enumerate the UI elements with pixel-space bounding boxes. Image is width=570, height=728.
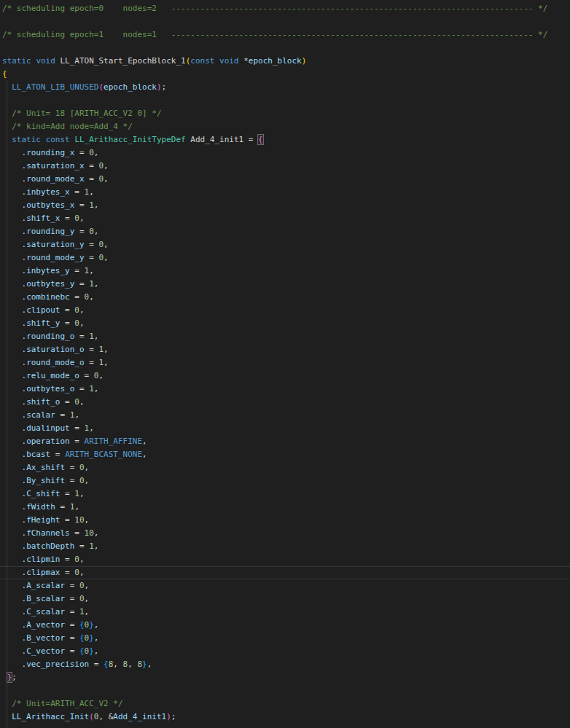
- code-token-text: .: [2, 187, 26, 197]
- code-token-text: ,: [94, 646, 99, 656]
- code-line[interactable]: .clipmin = 0,: [2, 553, 570, 566]
- code-line[interactable]: .round_mode_o = 1,: [2, 356, 570, 369]
- code-line[interactable]: .C_vector = {0},: [2, 645, 570, 658]
- bracket-level3: {: [104, 659, 109, 669]
- code-line[interactable]: .Ax_shift = 0,: [2, 461, 570, 474]
- code-token-text: =: [74, 148, 89, 157]
- code-line[interactable]: .dualinput = 1,: [2, 422, 570, 435]
- code-line[interactable]: };: [2, 671, 570, 684]
- code-token-keyword: static: [2, 56, 31, 66]
- code-line[interactable]: .bcast = ARITH_BCAST_NONE,: [2, 448, 570, 461]
- code-token-number: 0: [89, 148, 94, 157]
- code-token-text: =: [85, 240, 99, 249]
- code-line[interactable]: .fHeight = 10,: [2, 514, 570, 527]
- code-line[interactable]: .relu_mode_o = 0,: [2, 369, 570, 383]
- code-token-variable: fChannels: [26, 528, 70, 538]
- code-line[interactable]: .B_scalar = 0,: [2, 592, 570, 606]
- code-line[interactable]: .scalar = 1,: [2, 409, 570, 422]
- code-token-text: .: [2, 594, 26, 603]
- code-line[interactable]: .rounding_y = 0,: [2, 225, 570, 238]
- code-line[interactable]: /* kind=Add node=Add_4 */: [2, 120, 570, 133]
- code-token-text: =: [55, 410, 70, 420]
- code-line[interactable]: .inbytes_x = 1,: [2, 186, 570, 199]
- code-line[interactable]: {: [2, 68, 570, 81]
- code-line[interactable]: .saturation_x = 0,: [2, 160, 570, 173]
- code-line[interactable]: .outbytes_o = 1,: [2, 383, 570, 396]
- code-token-text: .: [2, 227, 26, 236]
- code-token-text: .: [2, 476, 26, 485]
- code-line[interactable]: .round_mode_y = 0,: [2, 251, 570, 265]
- code-token-text: ,: [85, 463, 90, 472]
- code-line[interactable]: .clipmax = 0,: [2, 566, 570, 579]
- code-line[interactable]: /* Unit=ARITH_ACC_V2 */: [2, 697, 570, 711]
- code-line[interactable]: [2, 684, 570, 697]
- code-line[interactable]: .vec_precision = {8, 8, 8},: [2, 658, 570, 671]
- code-token-number: 0: [74, 568, 79, 577]
- code-token-variable: By_shift: [26, 476, 65, 485]
- code-line[interactable]: .A_vector = {0},: [2, 619, 570, 632]
- code-token-text: .: [2, 607, 26, 617]
- code-token-text: ,: [142, 450, 147, 459]
- code-line[interactable]: .inbytes_y = 1,: [2, 265, 570, 278]
- code-token-text: ,: [89, 187, 94, 197]
- code-token-keyword: void: [36, 56, 55, 66]
- code-line[interactable]: .outbytes_x = 1,: [2, 199, 570, 212]
- code-token-keyword: ARITH_AFFINE: [85, 437, 142, 446]
- code-token-text: .: [2, 541, 26, 551]
- code-line[interactable]: .fWidth = 1,: [2, 501, 570, 514]
- code-token-number: 0: [79, 463, 85, 472]
- code-line[interactable]: .round_mode_x = 0,: [2, 173, 570, 186]
- code-line[interactable]: [2, 15, 570, 28]
- code-token-variable: fHeight: [26, 515, 60, 525]
- code-line[interactable]: LL_Arithacc_Init(0, &Add_4_init1);: [2, 711, 570, 724]
- code-token-type: LL_Arithacc_InitTypeDef: [74, 135, 185, 144]
- code-token-text: ,: [89, 423, 94, 433]
- code-token-text: ,: [79, 555, 85, 564]
- code-line[interactable]: .combinebc = 0,: [2, 291, 570, 304]
- code-token-text: =: [65, 594, 79, 603]
- code-token-number: 0: [74, 305, 79, 315]
- code-line[interactable]: .A_scalar = 0,: [2, 579, 570, 592]
- code-line[interactable]: static void LL_ATON_Start_EpochBlock_1(c…: [2, 55, 570, 68]
- code-line[interactable]: .clipout = 0,: [2, 304, 570, 317]
- code-editor[interactable]: /* scheduling epoch=0 nodes=2 ----------…: [0, 0, 570, 728]
- code-line[interactable]: .B_vector = {0},: [2, 632, 570, 645]
- code-line[interactable]: static const LL_Arithacc_InitTypeDef Add…: [2, 133, 570, 146]
- bracket-level2: {: [258, 135, 263, 144]
- code-line[interactable]: .shift_x = 0,: [2, 212, 570, 225]
- code-line[interactable]: .rounding_o = 1,: [2, 330, 570, 343]
- code-line[interactable]: /* scheduling epoch=0 nodes=2 ----------…: [2, 2, 570, 15]
- code-token-text: =: [70, 292, 85, 302]
- code-token-text: .: [2, 214, 26, 223]
- code-token-variable: shift_o: [26, 397, 60, 407]
- code-token-text: LL_ATON_Start_EpochBlock_1: [60, 56, 186, 66]
- code-token-variable: vec_precision: [26, 659, 89, 669]
- code-token-text: =: [74, 332, 89, 341]
- code-line[interactable]: .C_scalar = 1,: [2, 606, 570, 619]
- code-line[interactable]: .outbytes_y = 1,: [2, 278, 570, 291]
- code-line[interactable]: LL_ATON_LIB_UNUSED(epoch_block);: [2, 81, 570, 94]
- code-line[interactable]: /* scheduling epoch=1 nodes=1 ----------…: [2, 28, 570, 42]
- code-token-text: .: [2, 292, 26, 302]
- code-line[interactable]: .rounding_x = 0,: [2, 146, 570, 160]
- code-line[interactable]: .By_shift = 0,: [2, 474, 570, 488]
- code-line[interactable]: .shift_o = 0,: [2, 396, 570, 409]
- code-line[interactable]: .operation = ARITH_AFFINE,: [2, 435, 570, 448]
- code-token-variable: saturation_x: [26, 161, 84, 171]
- code-token-text: ,: [142, 437, 147, 446]
- code-line[interactable]: .shift_y = 0,: [2, 317, 570, 330]
- code-line[interactable]: /* Unit= 18 [ARITH_ACC_V2 0] */: [2, 107, 570, 120]
- code-token-text: =: [65, 476, 79, 485]
- bracket-level1: {: [2, 69, 7, 79]
- code-token-number: 0: [89, 227, 94, 236]
- code-line[interactable]: .C_shift = 1,: [2, 488, 570, 501]
- code-token-text: =: [60, 318, 74, 328]
- code-line[interactable]: .saturation_o = 1,: [2, 343, 570, 356]
- code-line[interactable]: .saturation_y = 0,: [2, 238, 570, 251]
- code-line[interactable]: [2, 94, 570, 107]
- code-line[interactable]: [2, 42, 570, 55]
- code-line[interactable]: .batchDepth = 1,: [2, 540, 570, 553]
- bracket-level3: }: [89, 633, 94, 643]
- code-line[interactable]: .fChannels = 10,: [2, 527, 570, 540]
- code-token-variable: Ax_shift: [26, 463, 65, 472]
